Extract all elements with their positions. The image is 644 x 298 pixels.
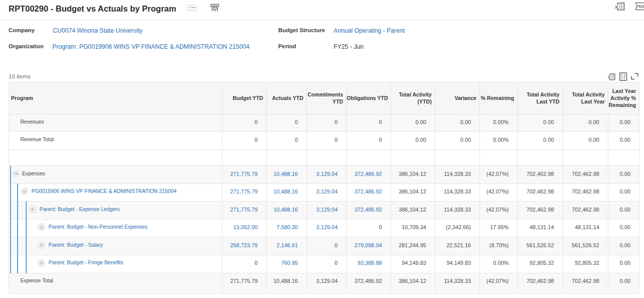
svg-text:x: x	[608, 74, 611, 79]
svg-text:PDF: PDF	[636, 4, 644, 9]
svg-text:x: x	[615, 3, 618, 9]
